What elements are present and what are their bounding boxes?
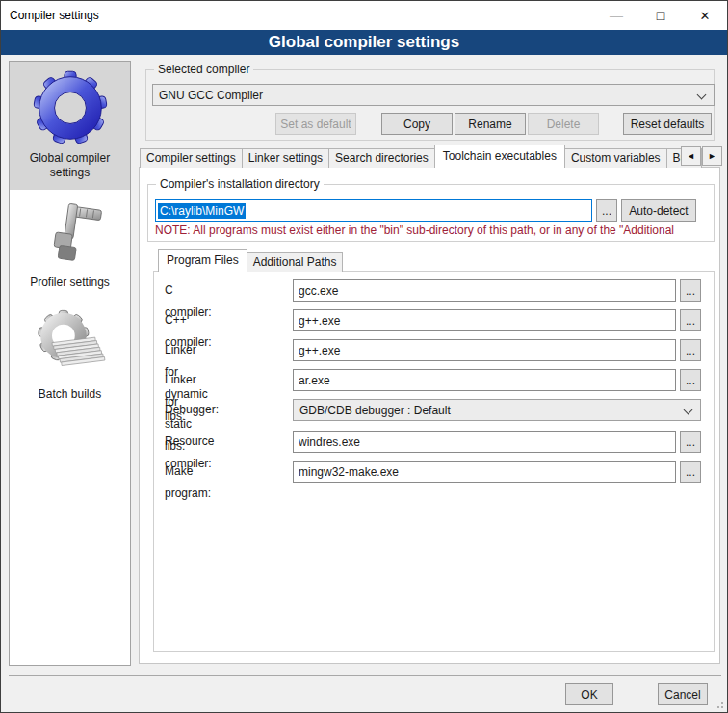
set-as-default-button[interactable]: Set as default	[275, 113, 356, 135]
reset-defaults-button[interactable]: Reset defaults	[623, 113, 712, 135]
tab-scroll-right-button[interactable]: ►	[702, 146, 722, 166]
bin-directory-note: NOTE: All programs must exist either in …	[155, 224, 712, 237]
installation-directory-group-label: Compiler's installation directory	[156, 177, 324, 192]
delete-button[interactable]: Delete	[528, 113, 599, 135]
tab-search-directories[interactable]: Search directories	[328, 148, 435, 168]
arrow-left-icon: ◄	[687, 151, 695, 161]
settings-category-list: Global compiler settings	[9, 61, 131, 666]
dynamic-linker-browse-button[interactable]: ...	[680, 339, 701, 361]
tab-custom-variables[interactable]: Custom variables	[564, 148, 667, 168]
compiler-settings-dialog: Compiler settings — □ ✕ Global compiler …	[0, 0, 728, 713]
arrow-right-icon: ►	[708, 151, 716, 161]
sidebar-item-label: Profiler settings	[13, 276, 126, 290]
resize-grip[interactable]	[714, 699, 723, 708]
sidebar-item-batch-builds[interactable]: Batch builds	[10, 300, 130, 411]
minimize-button[interactable]: —	[594, 1, 638, 30]
maximize-button[interactable]: □	[638, 1, 683, 30]
close-icon: ✕	[700, 9, 711, 23]
c-compiler-input[interactable]	[293, 279, 676, 302]
main-tabs: Compiler settings Linker settings Search…	[140, 145, 701, 168]
caliper-icon	[35, 198, 106, 270]
window-title: Compiler settings	[1, 9, 99, 22]
compiler-select[interactable]: GNU GCC Compiler	[152, 84, 715, 106]
auto-detect-button[interactable]: Auto-detect	[621, 199, 696, 222]
tab-compiler-settings[interactable]: Compiler settings	[140, 148, 243, 168]
debugger-label: Debugger:	[165, 399, 219, 421]
blue-gear-icon	[33, 70, 108, 145]
compiler-select-value: GNU GCC Compiler	[159, 89, 263, 102]
cancel-button[interactable]: Cancel	[658, 683, 708, 705]
resource-compiler-browse-button[interactable]: ...	[680, 431, 701, 453]
rename-button[interactable]: Rename	[455, 113, 526, 135]
c-compiler-browse-button[interactable]: ...	[680, 279, 701, 302]
chevron-down-icon	[697, 91, 707, 100]
selected-compiler-group-label: Selected compiler	[154, 63, 253, 77]
chevron-down-icon	[684, 406, 693, 415]
make-program-input[interactable]	[293, 461, 676, 483]
ok-button[interactable]: OK	[565, 683, 613, 705]
static-linker-input[interactable]	[293, 369, 676, 391]
dialog-banner: Global compiler settings	[1, 30, 727, 55]
make-program-label: Make program:	[165, 461, 211, 505]
make-program-browse-button[interactable]: ...	[680, 461, 701, 483]
sidebar-item-profiler-settings[interactable]: Profiler settings	[10, 190, 130, 300]
sidebar-item-global-compiler-settings[interactable]: Global compiler settings	[10, 62, 130, 190]
tab-scroll-left-button[interactable]: ◄	[681, 146, 701, 166]
copy-button[interactable]: Copy	[381, 113, 453, 135]
sidebar-item-label: Global compiler settings	[13, 151, 126, 180]
maximize-icon: □	[657, 8, 664, 23]
sidebar-item-label: Batch builds	[13, 387, 126, 402]
tab-linker-settings[interactable]: Linker settings	[242, 148, 329, 168]
footer-separator	[9, 675, 721, 676]
dynamic-linker-input[interactable]	[293, 339, 676, 361]
installation-directory-value: C:\raylib\MinGW	[158, 203, 246, 219]
debugger-select-value: GDB/CDB debugger : Default	[299, 404, 451, 417]
browse-directory-button[interactable]: ...	[596, 199, 617, 222]
tab-toolchain-executables[interactable]: Toolchain executables	[434, 145, 565, 168]
debugger-select[interactable]: GDB/CDB debugger : Default	[293, 399, 701, 421]
program-subtabs: Program Files Additional Paths	[158, 250, 342, 272]
gray-gear-stack-icon	[34, 308, 107, 382]
installation-directory-input[interactable]: C:\raylib\MinGW	[155, 199, 592, 222]
cpp-compiler-browse-button[interactable]: ...	[680, 309, 701, 331]
static-linker-browse-button[interactable]: ...	[680, 369, 701, 391]
subtab-program-files[interactable]: Program Files	[158, 249, 247, 272]
subtab-additional-paths[interactable]: Additional Paths	[247, 252, 344, 272]
cpp-compiler-input[interactable]	[293, 309, 676, 331]
close-button[interactable]: ✕	[683, 1, 727, 30]
resource-compiler-input[interactable]	[293, 431, 676, 453]
minimize-icon: —	[610, 8, 623, 23]
